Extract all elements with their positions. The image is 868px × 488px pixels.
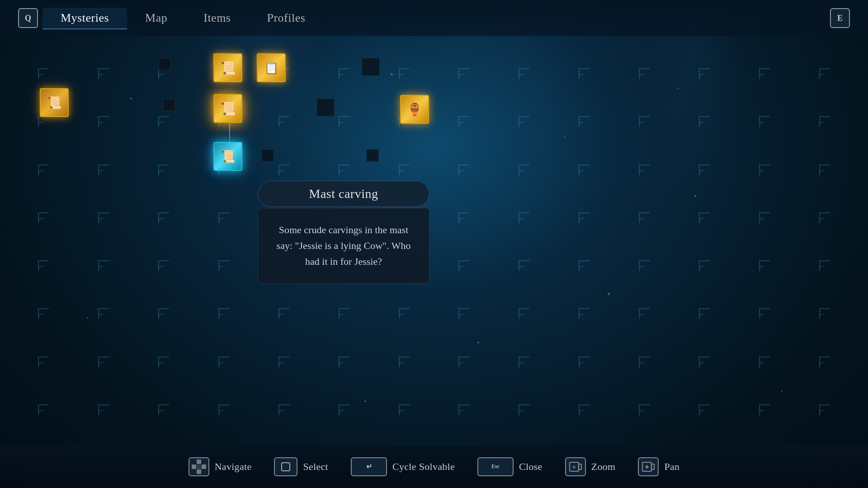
evidence-tooltip: Mast carving Some crude carvings in the … — [258, 181, 429, 284]
slot — [314, 338, 374, 386]
slot — [74, 50, 134, 98]
action-pan[interactable]: ✥ Pan — [638, 457, 679, 476]
slot — [14, 146, 74, 194]
slot — [134, 194, 194, 242]
svg-rect-0 — [282, 463, 290, 471]
slot — [794, 194, 854, 242]
dark-evidence-item[interactable] — [163, 99, 175, 111]
slot — [794, 98, 854, 145]
evidence-card-5[interactable]: 🏺 — [400, 95, 429, 124]
tab-profiles[interactable]: Profiles — [249, 8, 323, 28]
slot — [614, 98, 675, 145]
slot — [614, 386, 675, 434]
slot — [554, 338, 614, 386]
slot — [14, 386, 74, 434]
select-key — [274, 457, 297, 476]
slot — [194, 290, 254, 338]
slot — [554, 290, 614, 338]
slot — [74, 146, 134, 194]
action-zoom[interactable]: ⊕ Zoom — [565, 457, 616, 476]
svg-text:✥: ✥ — [645, 465, 649, 469]
slot — [134, 290, 194, 338]
slot — [374, 50, 434, 98]
action-navigate[interactable]: Navigate — [189, 457, 252, 476]
nav-key-right[interactable]: E — [830, 8, 850, 28]
dark-evidence-item[interactable] — [261, 149, 274, 162]
slot — [794, 338, 854, 386]
slot — [314, 386, 374, 434]
slot — [734, 98, 794, 145]
slot — [554, 386, 614, 434]
slot — [554, 194, 614, 242]
evidence-card-selected[interactable]: 📜 — [213, 94, 242, 123]
slot — [734, 50, 794, 98]
dark-evidence-item[interactable] — [366, 149, 379, 162]
slot — [74, 194, 134, 242]
slot — [734, 290, 794, 338]
evidence-connection — [229, 124, 230, 145]
slot — [254, 290, 314, 338]
slot — [674, 50, 734, 98]
slot — [434, 386, 494, 434]
slot — [674, 386, 734, 434]
pan-label: Pan — [664, 461, 679, 473]
slot — [434, 146, 494, 194]
slot — [134, 50, 194, 98]
slot — [494, 50, 554, 98]
slot — [314, 290, 374, 338]
slot — [794, 146, 854, 194]
slot — [74, 386, 134, 434]
close-label: Close — [519, 461, 542, 473]
slot — [194, 386, 254, 434]
evidence-card-2[interactable]: 📋 — [257, 53, 286, 82]
slot — [734, 146, 794, 194]
slot — [194, 242, 254, 290]
slot — [494, 338, 554, 386]
nav-key-left[interactable]: Q — [18, 8, 38, 28]
evidence-card-1[interactable]: 📜 — [213, 53, 242, 82]
svg-rect-6 — [651, 464, 654, 469]
evidence-card-3[interactable]: 📜 — [40, 88, 69, 117]
slot — [554, 242, 614, 290]
slot — [734, 194, 794, 242]
action-cycle[interactable]: ↵ Cycle Solvable — [351, 457, 455, 476]
slot — [554, 98, 614, 145]
slot — [614, 194, 675, 242]
slot — [734, 338, 794, 386]
slot — [734, 386, 794, 434]
tab-mysteries[interactable]: Mysteries — [42, 8, 127, 28]
slot — [134, 386, 194, 434]
tab-items[interactable]: Items — [185, 8, 249, 28]
slot — [254, 386, 314, 434]
zoom-key-icon: ⊕ — [565, 457, 586, 476]
slot — [434, 98, 494, 145]
dark-evidence-item[interactable] — [316, 99, 335, 117]
slot — [74, 98, 134, 145]
tooltip-title: Mast carving — [258, 181, 429, 207]
slot — [554, 50, 614, 98]
slot — [494, 146, 554, 194]
slot — [614, 338, 675, 386]
slot — [374, 386, 434, 434]
evidence-card-active[interactable]: 📜 — [213, 142, 242, 171]
slot — [434, 242, 494, 290]
slot-grid — [0, 41, 868, 443]
cycle-label: Cycle Solvable — [392, 461, 455, 473]
tab-map[interactable]: Map — [127, 8, 185, 28]
tooltip-body-text: Some crude carvings in the mast say: "Je… — [277, 224, 411, 267]
dark-evidence-item[interactable] — [158, 58, 171, 70]
navigate-key-icon — [189, 457, 209, 476]
slot — [554, 146, 614, 194]
action-select[interactable]: Select — [274, 457, 328, 476]
svg-rect-3 — [579, 464, 581, 469]
slot — [734, 242, 794, 290]
dpad-icon — [192, 460, 206, 474]
dark-evidence-item[interactable] — [362, 58, 380, 76]
slot — [134, 146, 194, 194]
slot — [374, 290, 434, 338]
slot — [14, 290, 74, 338]
slot — [14, 194, 74, 242]
pan-key-icon: ✥ — [638, 457, 659, 476]
action-close[interactable]: Esc Close — [477, 457, 542, 476]
slot — [614, 290, 675, 338]
